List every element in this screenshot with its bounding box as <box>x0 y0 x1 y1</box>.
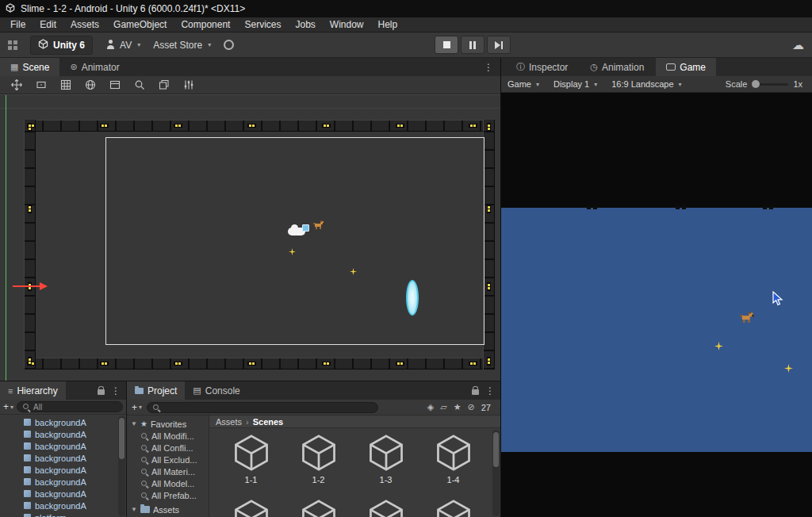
breadcrumb-current[interactable]: Scenes <box>253 417 284 427</box>
save-search-icon[interactable]: ★ <box>454 402 462 412</box>
x-axis-gizmo-arrow[interactable] <box>13 282 49 290</box>
favorites-header[interactable]: ▼ ★ Favorites <box>127 418 209 430</box>
saved-search-item[interactable]: All Prefab... <box>127 489 209 501</box>
account-dropdown[interactable]: AV ▾ <box>105 40 140 51</box>
scrollbar[interactable] <box>118 416 125 516</box>
scrollbar-thumb[interactable] <box>493 432 499 467</box>
prefab-icon <box>24 502 31 509</box>
scene-viewport[interactable] <box>0 94 500 381</box>
aspect-dropdown[interactable]: 16:9 Landscape ▾ <box>611 79 681 89</box>
overlay-toggle-icon[interactable] <box>108 79 122 91</box>
hidden-items-icon[interactable]: ⊘ <box>468 402 475 412</box>
lock-icon[interactable] <box>98 389 105 395</box>
saved-search-item[interactable]: All Model... <box>127 477 209 489</box>
sync-icon[interactable] <box>224 40 234 50</box>
tile-lamp <box>174 362 182 366</box>
menu-item[interactable]: Jobs <box>288 17 322 32</box>
asset-scene-item[interactable]: 1-1 <box>217 433 285 493</box>
portal-sprite <box>406 280 419 316</box>
hierarchy-search-input[interactable]: All <box>17 401 123 412</box>
hierarchy-item[interactable]: backgroundA <box>0 428 126 440</box>
asset-scene-item[interactable]: 1-4 <box>419 433 487 493</box>
hierarchy-item[interactable]: backgroundA <box>0 500 126 511</box>
menu-item[interactable]: Services <box>237 17 288 32</box>
lock-icon[interactable] <box>472 389 479 395</box>
menu-item[interactable]: File <box>3 17 33 32</box>
scene-view-toolbar <box>0 76 500 94</box>
shading-mode-icon[interactable] <box>83 79 98 91</box>
tab-animation[interactable]: ◷ Animation <box>580 58 654 76</box>
menu-item[interactable]: Edit <box>33 17 63 32</box>
asset-scene-item[interactable] <box>352 498 419 517</box>
menu-item[interactable]: Assets <box>63 17 106 32</box>
tab-scene[interactable]: ▦ Scene <box>0 58 59 76</box>
kebab-menu-icon[interactable]: ⋮ <box>477 58 500 76</box>
tab-animator[interactable]: ⊚ Animator <box>59 58 129 76</box>
layers-icon[interactable] <box>157 79 171 91</box>
saved-search-item[interactable]: All Modifi... <box>127 430 209 442</box>
assets-folder-item[interactable]: ▼ Assets <box>127 504 209 515</box>
tab-project[interactable]: Project <box>127 381 185 400</box>
search-icon[interactable] <box>132 79 147 91</box>
stop-button[interactable] <box>435 36 458 54</box>
menu-item[interactable]: Window <box>323 17 371 32</box>
gizmos-mixer-icon[interactable] <box>182 79 196 91</box>
game-icon <box>666 63 676 71</box>
asset-scene-item[interactable] <box>419 498 487 517</box>
hierarchy-item[interactable]: platform <box>0 511 126 517</box>
menu-item[interactable]: Help <box>371 17 405 32</box>
hierarchy-item[interactable]: backgroundA <box>0 440 126 452</box>
unity-editor-window: Slime - 1-2 - Android - Unity 6 (6000.0.… <box>0 0 812 517</box>
game-view[interactable] <box>501 93 812 517</box>
tab-console[interactable]: ▤ Console <box>185 381 247 400</box>
tab-inspector[interactable]: ⓘ Inspector <box>506 58 578 76</box>
scale-label: Scale <box>726 79 748 89</box>
saved-search-item[interactable]: All Materi... <box>127 465 209 477</box>
add-gameobject-button[interactable]: +▾ <box>3 401 13 412</box>
hierarchy-item[interactable]: backgroundA <box>0 464 126 476</box>
chevron-down-icon: ▾ <box>10 404 13 411</box>
scrollbar-thumb[interactable] <box>119 418 124 459</box>
asset-scene-item[interactable]: 1-3 <box>352 433 419 493</box>
asset-scene-item[interactable] <box>285 498 352 517</box>
step-button[interactable] <box>487 36 511 54</box>
unity-scene-icon <box>299 433 339 473</box>
unity-version-badge[interactable]: Unity 6 <box>30 36 93 55</box>
kebab-menu-icon[interactable]: ⋮ <box>485 385 495 396</box>
scale-slider[interactable] <box>752 83 788 86</box>
clock-icon: ◷ <box>590 62 598 72</box>
move-tool-icon[interactable] <box>10 79 24 91</box>
menu-item[interactable]: GameObject <box>106 17 174 32</box>
search-by-type-icon[interactable]: ◈ <box>427 402 434 412</box>
overlay-grid-icon[interactable] <box>8 40 17 50</box>
hierarchy-item[interactable]: backgroundA <box>0 452 126 464</box>
display-label: Display 1 <box>553 79 589 89</box>
menu-item[interactable]: Component <box>174 17 237 32</box>
tab-hierarchy[interactable]: ≡ Hierarchy <box>0 381 66 400</box>
star-icon: ★ <box>140 419 147 428</box>
grid-snap-icon[interactable] <box>59 79 73 91</box>
saved-search-item[interactable]: All Exclud... <box>127 454 209 465</box>
tab-game[interactable]: Game <box>656 58 716 76</box>
game-mode-dropdown[interactable]: Game ▾ <box>508 79 539 89</box>
saved-search-item[interactable]: All Confli... <box>127 442 209 454</box>
display-dropdown[interactable]: Display 1 ▾ <box>553 79 597 89</box>
prefab-icon <box>24 478 31 485</box>
search-by-label-icon[interactable]: ▱ <box>440 402 446 412</box>
cloud-icon[interactable]: ☁ <box>792 39 804 51</box>
pause-button[interactable] <box>461 36 485 54</box>
project-search-input[interactable] <box>147 402 378 413</box>
asset-scene-item[interactable]: 1-2 <box>285 433 352 493</box>
breadcrumb-root[interactable]: Assets <box>216 417 242 427</box>
hierarchy-item[interactable]: backgroundA <box>0 488 126 500</box>
hierarchy-item[interactable]: backgroundA <box>0 416 126 428</box>
asset-scene-item[interactable] <box>217 498 285 517</box>
hierarchy-item[interactable]: backgroundA <box>0 476 126 488</box>
project-toolbar: +▾ ◈ ▱ ★ ⊘ 27 <box>127 400 500 416</box>
add-asset-button[interactable]: +▾ <box>132 402 142 413</box>
scrollbar[interactable] <box>492 430 500 516</box>
rect-tool-icon[interactable] <box>34 79 48 91</box>
asset-store-dropdown[interactable]: Asset Store ▾ <box>153 40 211 51</box>
scale-slider-knob[interactable] <box>752 80 760 88</box>
kebab-menu-icon[interactable]: ⋮ <box>111 385 121 396</box>
